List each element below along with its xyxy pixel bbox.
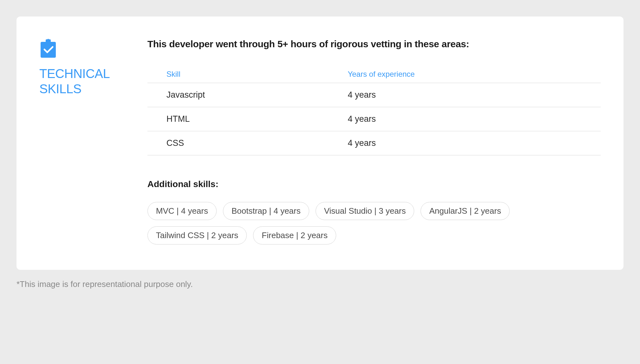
svg-point-2 [48,39,49,41]
table-header-experience: Years of experience [329,65,601,83]
additional-skills-title: Additional skills: [147,179,601,189]
table-row: CSS 4 years [147,131,601,155]
skill-cell: Javascript [147,83,329,107]
experience-cell: 4 years [329,107,601,131]
section-title: TECHNICAL SKILLS [39,66,109,96]
clipboard-check-icon [39,39,57,58]
table-header-skill: Skill [147,65,329,83]
skill-cell: HTML [147,107,329,131]
skill-pills-container: MVC | 4 years Bootstrap | 4 years Visual… [147,202,601,244]
right-column: This developer went through 5+ hours of … [147,39,601,244]
technical-skills-card: TECHNICAL SKILLS This developer went thr… [16,16,624,270]
svg-rect-0 [41,42,56,58]
table-row: HTML 4 years [147,107,601,131]
experience-cell: 4 years [329,131,601,155]
left-column: TECHNICAL SKILLS [39,39,109,244]
skill-pill: AngularJS | 2 years [421,202,509,220]
skill-pill: MVC | 4 years [147,202,217,220]
disclaimer-text: *This image is for representational purp… [16,279,624,289]
skill-pill: Bootstrap | 4 years [223,202,309,220]
skill-pill: Tailwind CSS | 2 years [147,226,247,244]
skill-pill: Visual Studio | 3 years [316,202,415,220]
table-row: Javascript 4 years [147,83,601,107]
skill-cell: CSS [147,131,329,155]
experience-cell: 4 years [329,83,601,107]
skills-table: Skill Years of experience Javascript 4 y… [147,65,601,155]
intro-text: This developer went through 5+ hours of … [147,39,601,49]
skill-pill: Firebase | 2 years [253,226,336,244]
